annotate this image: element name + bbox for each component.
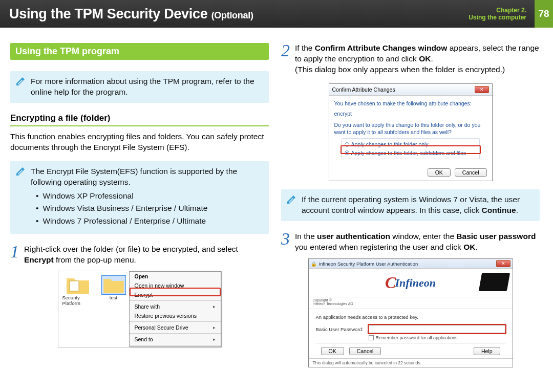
dialog-buttons: OK Cancel Help bbox=[316, 343, 505, 356]
highlight-box bbox=[130, 288, 221, 296]
note-info-2: The Encrypt File System(EFS) function is… bbox=[10, 161, 269, 234]
folder-icon bbox=[66, 275, 90, 295]
header-chapter: Chapter 2. Using the computer bbox=[469, 7, 535, 21]
ok-button[interactable]: OK bbox=[428, 168, 451, 177]
menu-separator bbox=[130, 345, 221, 345]
note-text: For more information about using the TPM… bbox=[31, 77, 254, 96]
cancel-button[interactable]: Cancel bbox=[455, 168, 487, 177]
dialog-line1: You have chosen to make the following at… bbox=[334, 100, 487, 107]
step-1: 1 Right-click over the folder (or file) … bbox=[10, 244, 269, 266]
menu-restore-versions[interactable]: Restore previous versions bbox=[130, 311, 221, 320]
dialog-line2: Do you want to apply this change to this… bbox=[334, 121, 487, 136]
list-item: Windows 7 Professional / Enterprise / Ul… bbox=[36, 216, 263, 227]
chapter-line2: Using the computer bbox=[469, 14, 526, 21]
chevron-right-icon: ▸ bbox=[213, 325, 216, 330]
menu-personal-secure-drive[interactable]: Personal Secure Drive▸ bbox=[130, 323, 221, 332]
menu-open[interactable]: Open bbox=[130, 272, 221, 281]
remember-label: Remember password for all applications bbox=[376, 335, 458, 340]
menu-separator bbox=[130, 321, 221, 322]
chevron-right-icon: ▸ bbox=[213, 304, 216, 309]
highlight-box bbox=[341, 145, 481, 154]
note2-intro: The Encrypt File System(EFS) function is… bbox=[31, 167, 237, 186]
dialog-footer: This dialog will automatically be cancel… bbox=[309, 358, 513, 367]
title-suffix: (Optional) bbox=[211, 10, 253, 20]
dialog-body: An application needs access to a protect… bbox=[309, 309, 513, 358]
page-number: 78 bbox=[535, 0, 553, 28]
menu-share-with[interactable]: Share with▸ bbox=[130, 302, 221, 311]
right-column: 2 If the Confirm Attribute Changes windo… bbox=[281, 43, 540, 367]
step-text: Right-click over the folder (or file) to… bbox=[24, 244, 269, 266]
password-label: Basic User Password: bbox=[316, 326, 365, 332]
step-2: 2 If the Confirm Attribute Changes windo… bbox=[281, 43, 540, 75]
step-text: If the Confirm Attribute Changes window … bbox=[295, 43, 540, 75]
infineon-logo: CInfineon bbox=[385, 273, 436, 292]
highlight-box bbox=[368, 324, 506, 334]
note-icon bbox=[15, 76, 26, 86]
dialog-body: You have chosen to make the following at… bbox=[329, 96, 492, 166]
note-info-3: If the current operating system is Windo… bbox=[281, 189, 540, 221]
folder-item[interactable]: Security Platform bbox=[62, 275, 93, 343]
sub-heading: Encrypting a file (folder) bbox=[10, 113, 269, 126]
remember-row[interactable]: Remember password for all applications bbox=[369, 335, 505, 340]
app-icon: 🔒 bbox=[311, 261, 317, 267]
menu-send-to[interactable]: Send to▸ bbox=[130, 335, 221, 344]
context-menu: Open Open in new window Encrypt Share wi… bbox=[129, 271, 221, 347]
help-button[interactable]: Help bbox=[474, 347, 500, 355]
folder-item-selected[interactable]: test bbox=[101, 275, 126, 343]
cancel-button[interactable]: Cancel bbox=[349, 347, 381, 355]
screenshot-auth-dialog: 🔒 Infineon Security Platform User Authen… bbox=[308, 258, 513, 367]
screenshot-context-menu: Security Platform test Open Open in new … bbox=[58, 271, 222, 347]
page-header: Using the TPM Security Device (Optional)… bbox=[0, 0, 553, 28]
step-number: 2 bbox=[281, 43, 290, 75]
folder-icon bbox=[101, 275, 126, 295]
folder-label: Security Platform bbox=[62, 295, 93, 306]
list-item: Windows XP Professional bbox=[36, 191, 263, 202]
chapter-line1: Chapter 2. bbox=[496, 7, 526, 14]
close-button[interactable]: ✕ bbox=[475, 86, 489, 93]
section-title: Using the TPM program bbox=[10, 43, 269, 60]
copyright: Copyright © Infineon Technologies AG bbox=[309, 297, 513, 309]
password-input[interactable] bbox=[369, 325, 505, 333]
left-column: Using the TPM program For more informati… bbox=[10, 43, 269, 367]
checkbox-icon bbox=[369, 335, 374, 340]
step-3: 3 In the user authentication window, ent… bbox=[281, 231, 540, 253]
menu-separator bbox=[130, 300, 221, 301]
dialog-title: Confirm Attribute Changes bbox=[332, 86, 395, 93]
dialog-buttons: OK Cancel bbox=[329, 166, 492, 181]
step-text: In the user authentication window, enter… bbox=[295, 231, 540, 253]
auth-message: An application needs access to a protect… bbox=[316, 314, 505, 320]
dialog-titlebar: 🔒 Infineon Security Platform User Authen… bbox=[309, 259, 513, 269]
dialog-attr: encrypt bbox=[334, 110, 487, 117]
menu-separator bbox=[130, 333, 221, 334]
dialog-title: Infineon Security Platform User Authenti… bbox=[319, 261, 418, 267]
list-item: Windows Vista Business / Enterprise / Ul… bbox=[36, 203, 263, 214]
step-number: 3 bbox=[281, 231, 290, 253]
intro-paragraph: This function enables encrypting files a… bbox=[10, 132, 269, 153]
screenshot-confirm-dialog: Confirm Attribute Changes ✕ You have cho… bbox=[329, 83, 493, 181]
note-icon bbox=[15, 166, 26, 177]
note-info-1: For more information about using the TPM… bbox=[10, 71, 269, 103]
os-list: Windows XP Professional Windows Vista Bu… bbox=[31, 191, 263, 227]
brand-banner: CInfineon bbox=[309, 269, 513, 297]
note-icon bbox=[286, 194, 296, 205]
radio-group: Apply changes to this folder only Apply … bbox=[342, 138, 480, 159]
page-title: Using the TPM Security Device (Optional) bbox=[9, 6, 253, 22]
folder-label: test bbox=[110, 295, 117, 300]
step-number: 1 bbox=[10, 244, 19, 266]
chip-graphic bbox=[478, 273, 509, 291]
title-main: Using the TPM Security Device bbox=[9, 6, 207, 21]
password-row: Basic User Password: bbox=[316, 325, 505, 333]
ok-button[interactable]: OK bbox=[321, 347, 344, 355]
dialog-titlebar: Confirm Attribute Changes ✕ bbox=[329, 84, 492, 96]
close-button[interactable]: ✕ bbox=[496, 260, 511, 267]
icons-pane: Security Platform test bbox=[58, 271, 130, 347]
chevron-right-icon: ▸ bbox=[213, 337, 216, 342]
